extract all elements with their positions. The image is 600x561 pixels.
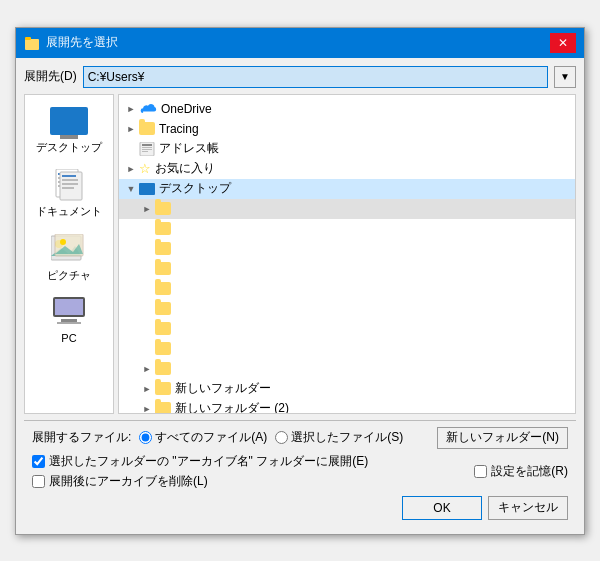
folder-sub7 (155, 322, 171, 335)
documents-icon (54, 169, 84, 201)
main-area: デスクトップ (24, 94, 576, 414)
sidebar-item-pictures[interactable]: ピクチャ (29, 231, 109, 285)
svg-rect-26 (142, 151, 148, 152)
svg-rect-19 (55, 299, 83, 315)
chevron-down-icon: ▼ (560, 71, 570, 82)
tracing-label: Tracing (159, 122, 199, 136)
tree-item-newfolder2[interactable]: ► 新しいフォルダー (2) (119, 399, 575, 414)
tree-item-sub2[interactable] (119, 219, 575, 239)
tree-item-onedrive[interactable]: ► OneDrive (119, 99, 575, 119)
addressbook-label: アドレス帳 (159, 140, 219, 157)
newfolder2-label: 新しいフォルダー (2) (175, 400, 289, 414)
folder-sub9 (155, 362, 171, 375)
desktop-icon-container (49, 105, 89, 137)
tree-item-sub7[interactable] (119, 319, 575, 339)
sidebar-item-documents[interactable]: ドキュメント (29, 167, 109, 221)
tree-item-sub4[interactable] (119, 259, 575, 279)
desktop-tree-icon (139, 183, 155, 195)
path-input[interactable] (83, 66, 548, 88)
svg-rect-24 (142, 147, 152, 148)
tree-item-favorites[interactable]: ► ☆ お気に入り (119, 159, 575, 179)
expand-onedrive[interactable]: ► (123, 101, 139, 117)
close-button[interactable]: ✕ (550, 33, 576, 53)
radio-all-label: すべてのファイル(A) (155, 429, 267, 446)
svg-rect-20 (61, 319, 77, 322)
desktop-tree-label: デスクトップ (159, 180, 231, 197)
radio-selected-input[interactable] (275, 431, 288, 444)
expand-sub9[interactable]: ► (139, 361, 155, 377)
checkbox-archive-label: 選択したフォルダーの "アーカイブ名" フォルダーに展開(E) (49, 453, 368, 470)
expand-favorites[interactable]: ► (123, 161, 139, 177)
tree-item-desktop[interactable]: ▼ デスクトップ (119, 179, 575, 199)
tree-item-sub9[interactable]: ► (119, 359, 575, 379)
expand-tracing[interactable]: ► (123, 121, 139, 137)
sidebar-item-desktop[interactable]: デスクトップ (29, 103, 109, 157)
filter-row: 展開するファイル: すべてのファイル(A) 選択したファイル(S) 新しいフォル… (32, 427, 568, 449)
dialog: 展開先を選択 ✕ 展開先(D) ▼ デスクトップ (15, 27, 585, 535)
sidebar-pc-label: PC (61, 332, 76, 344)
dialog-title: 展開先を選択 (46, 34, 118, 51)
tree-item-sub5[interactable] (119, 279, 575, 299)
folder-new1 (155, 382, 171, 395)
checkbox-delete[interactable] (32, 475, 45, 488)
file-tree[interactable]: ► OneDrive ► Tracing (118, 94, 576, 414)
ok-button[interactable]: OK (402, 496, 482, 520)
svg-rect-10 (62, 183, 78, 185)
tree-area: ► OneDrive ► Tracing (119, 95, 575, 414)
folder-new2 (155, 402, 171, 414)
radio-selected-option[interactable]: 選択したファイル(S) (275, 429, 403, 446)
addressbook-icon (139, 142, 155, 156)
tree-item-tracing[interactable]: ► Tracing (119, 119, 575, 139)
tree-item-sub1[interactable]: ► (119, 199, 575, 219)
star-icon: ☆ (139, 162, 151, 175)
tree-item-sub3[interactable] (119, 239, 575, 259)
folder-sub5 (155, 282, 171, 295)
titlebar-left: 展開先を選択 (24, 34, 118, 51)
svg-rect-9 (62, 179, 78, 181)
folder-sub6 (155, 302, 171, 315)
pc-icon-container (49, 297, 89, 329)
sidebar-pictures-label: ピクチャ (47, 268, 91, 283)
tree-item-sub8[interactable] (119, 339, 575, 359)
radio-all-input[interactable] (139, 431, 152, 444)
checkbox-remember[interactable] (474, 465, 487, 478)
checkbox-remember-label: 設定を記憶(R) (491, 463, 568, 480)
folder-icon-tracing (139, 122, 155, 135)
checkbox-archive[interactable] (32, 455, 45, 468)
newfolder1-label: 新しいフォルダー (175, 380, 271, 397)
checkbox-area: 選択したフォルダーの "アーカイブ名" フォルダーに展開(E) 展開後にアーカイ… (32, 453, 568, 490)
folder-sub1 (155, 202, 171, 215)
svg-rect-21 (57, 322, 81, 324)
new-folder-button[interactable]: 新しいフォルダー(N) (437, 427, 568, 449)
cancel-button[interactable]: キャンセル (488, 496, 568, 520)
path-row: 展開先(D) ▼ (24, 66, 576, 88)
expand-newfolder1[interactable]: ► (139, 381, 155, 397)
documents-icon-container (49, 169, 89, 201)
svg-rect-23 (142, 144, 152, 146)
svg-rect-11 (62, 187, 74, 189)
action-buttons: OK キャンセル (32, 496, 568, 520)
path-dropdown-btn[interactable]: ▼ (554, 66, 576, 88)
tree-item-addressbook[interactable]: アドレス帳 (119, 139, 575, 159)
svg-rect-0 (25, 39, 39, 50)
checkbox-archive-row[interactable]: 選択したフォルダーの "アーカイブ名" フォルダーに展開(E) (32, 453, 470, 470)
dialog-icon (24, 35, 40, 51)
checkbox-delete-label: 展開後にアーカイブを削除(L) (49, 473, 208, 490)
svg-rect-8 (62, 175, 76, 177)
expand-sub1[interactable]: ► (139, 201, 155, 217)
desktop-icon (50, 107, 88, 135)
favorites-label: お気に入り (155, 160, 215, 177)
folder-sub3 (155, 242, 171, 255)
svg-rect-1 (25, 37, 31, 40)
tree-item-newfolder1[interactable]: ► 新しいフォルダー (119, 379, 575, 399)
expand-desktop[interactable]: ▼ (123, 181, 139, 197)
radio-all-option[interactable]: すべてのファイル(A) (139, 429, 267, 446)
sidebar-item-pc[interactable]: PC (29, 295, 109, 346)
folder-sub4 (155, 262, 171, 275)
tree-item-sub6[interactable] (119, 299, 575, 319)
expand-newfolder2[interactable]: ► (139, 401, 155, 414)
checkbox-remember-row[interactable]: 設定を記憶(R) (474, 463, 568, 480)
path-label: 展開先(D) (24, 68, 77, 85)
svg-rect-25 (142, 149, 152, 150)
checkbox-delete-row[interactable]: 展開後にアーカイブを削除(L) (32, 473, 470, 490)
